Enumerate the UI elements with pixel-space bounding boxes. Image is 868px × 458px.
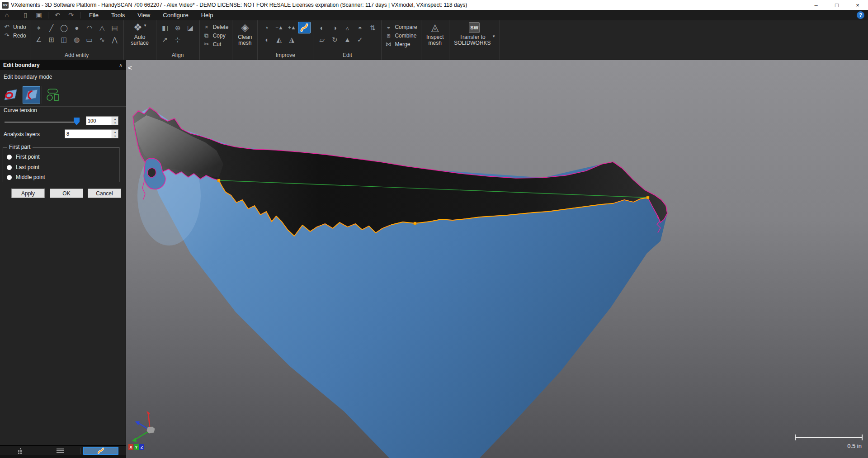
grid-plane-icon[interactable]: ⊞ (45, 33, 58, 45)
slider-thumb[interactable] (74, 118, 80, 125)
viewport-3d[interactable]: < (126, 60, 868, 458)
maximize-button[interactable]: □ (826, 0, 847, 10)
boundary-point-marker[interactable] (646, 196, 649, 199)
add-triangles-icon[interactable]: +▲ (285, 22, 298, 33)
offset-icon[interactable]: ◑ (328, 22, 341, 33)
fill-hole-icon[interactable]: ◔ (260, 22, 273, 33)
radio-button-icon[interactable] (7, 175, 12, 180)
edit-boundary-tool-icon[interactable] (298, 22, 311, 33)
redo-icon[interactable]: ↷ (64, 10, 78, 20)
curve-tension-input[interactable] (86, 117, 112, 125)
radio-first-point[interactable]: First point (7, 154, 40, 160)
clipboard-group: × Delete ⧉ Copy ✂ Cut (200, 20, 233, 60)
cut-button[interactable]: ✂ Cut (203, 40, 229, 48)
line-icon[interactable]: ╱ (45, 22, 58, 33)
smooth-boundary-icon[interactable]: ◭ (273, 33, 285, 45)
analysis-layers-input[interactable] (65, 130, 112, 138)
mode-separator (42, 86, 42, 104)
radio-button-icon[interactable] (7, 155, 12, 160)
viewport-3d-scene[interactable] (126, 60, 868, 458)
transfer-solidworks-button[interactable]: SW Transfer to SOLIDWORKS ▾ (449, 20, 500, 60)
tab-list-view[interactable] (40, 447, 80, 455)
mode-partial-boundary-button[interactable] (23, 86, 40, 104)
circle-icon[interactable]: ◯ (58, 22, 71, 33)
boundary-point-marker[interactable] (217, 179, 220, 182)
vertical-arrows-icon[interactable]: ⇅ (366, 22, 379, 33)
radio-middle-point[interactable]: Middle point (7, 174, 45, 180)
axis-y-button[interactable]: Y (134, 444, 139, 450)
menu-view[interactable]: View (131, 10, 156, 20)
new-project-icon[interactable]: ▯ (19, 10, 32, 20)
merge-button[interactable]: ⋈ Merge (385, 40, 417, 48)
axis-x-button[interactable]: X (128, 444, 133, 450)
close-button[interactable]: × (847, 0, 868, 10)
chevron-down-icon[interactable]: ▾ (144, 23, 146, 28)
point-icon[interactable]: ● (71, 22, 83, 33)
chevron-down-icon[interactable]: ▾ (493, 34, 495, 38)
help-icon[interactable]: ? (857, 11, 864, 19)
tab-edit-boundary-active[interactable] (83, 447, 118, 455)
auto-surface-button[interactable]: ❖ ▾ Auto surface (124, 20, 156, 60)
save-icon[interactable]: ▣ (32, 10, 46, 20)
merge-label: Merge (395, 41, 410, 47)
boundary-hole-island-small[interactable] (148, 168, 156, 177)
planes-icon[interactable]: ▤ (108, 22, 121, 33)
spin-down-icon[interactable]: ▾ (112, 121, 118, 125)
align-surface-icon[interactable]: ◧ (159, 22, 171, 33)
redo-button[interactable]: ↷ Redo (4, 31, 26, 40)
delete-button[interactable]: × Delete (203, 23, 229, 31)
fill-partial-icon[interactable]: ◖ (260, 33, 273, 45)
inspect-mesh-button[interactable]: ◬ Inspect mesh (421, 20, 449, 60)
copy-button[interactable]: ⧉ Copy (203, 31, 229, 40)
tab-tree-view[interactable] (2, 447, 40, 455)
rotate-icon[interactable]: ↻ (328, 33, 341, 45)
align-frame-icon[interactable]: ◪ (184, 22, 197, 33)
radio-last-point[interactable]: Last point (7, 164, 39, 170)
spline-icon[interactable]: ∿ (96, 33, 108, 45)
caliper-icon[interactable]: ⌖ (33, 22, 45, 33)
bridge-icon[interactable]: ◮ (285, 33, 298, 45)
compare-button[interactable]: ◒ Compare (385, 23, 417, 31)
undo-button[interactable]: ↶ Undo (4, 23, 26, 31)
cancel-button[interactable]: Cancel (88, 189, 121, 198)
mirror-icon[interactable]: ◓ (354, 22, 366, 33)
ellipse-icon[interactable]: ◠ (83, 22, 96, 33)
watertight-check-icon[interactable]: ✓ (354, 33, 366, 45)
cone-icon[interactable]: △ (96, 22, 108, 33)
boundary-point-marker[interactable] (414, 222, 416, 225)
mode-full-boundary-button[interactable] (2, 86, 19, 104)
curve-tension-slider[interactable] (5, 122, 78, 123)
scale-icon[interactable]: ▱ (316, 33, 328, 45)
clean-mesh-button[interactable]: ◈ Clean mesh (232, 20, 258, 60)
window-controls: – □ × (806, 0, 868, 10)
menu-tools[interactable]: Tools (105, 10, 131, 20)
sphere-icon[interactable]: ◍ (71, 33, 83, 45)
flip-normals-icon[interactable]: ◐ (316, 22, 328, 33)
axis-z-button[interactable]: Z (139, 444, 144, 450)
polyline-icon[interactable]: ⋀ (108, 33, 121, 45)
mode-primitives-button[interactable] (43, 86, 61, 104)
undo-icon[interactable]: ↶ (51, 10, 64, 20)
ok-button[interactable]: OK (50, 189, 83, 198)
menu-configure[interactable]: Configure (156, 10, 194, 20)
triangle-solid-icon[interactable]: ▲ (341, 33, 354, 45)
spin-down-icon[interactable]: ▾ (112, 134, 118, 138)
cylinder-icon[interactable]: ◫ (58, 33, 71, 45)
rectangle-icon[interactable]: ▭ (83, 33, 96, 45)
spin-up-icon[interactable]: ▴ (112, 117, 118, 121)
collapse-up-icon[interactable]: ∧ (119, 62, 123, 68)
triangle-outline-icon[interactable]: ▵ (341, 22, 354, 33)
spin-up-icon[interactable]: ▴ (112, 130, 118, 134)
menu-help[interactable]: Help (195, 10, 220, 20)
align-arrows-icon[interactable]: ↗ (159, 33, 171, 45)
align-points-icon[interactable]: ⊕ (171, 22, 184, 33)
minimize-button[interactable]: – (806, 0, 826, 10)
apply-button[interactable]: Apply (11, 189, 45, 198)
radio-button-icon[interactable] (7, 165, 12, 170)
combine-button[interactable]: ⧈ Combine (385, 31, 417, 40)
menu-file[interactable]: File (83, 10, 105, 20)
remove-triangles-icon[interactable]: −▲ (273, 22, 285, 33)
home-icon[interactable]: ⌂ (0, 10, 14, 20)
angle-icon[interactable]: ∠ (33, 33, 45, 45)
align-grid-icon[interactable]: ⊹ (171, 33, 184, 45)
